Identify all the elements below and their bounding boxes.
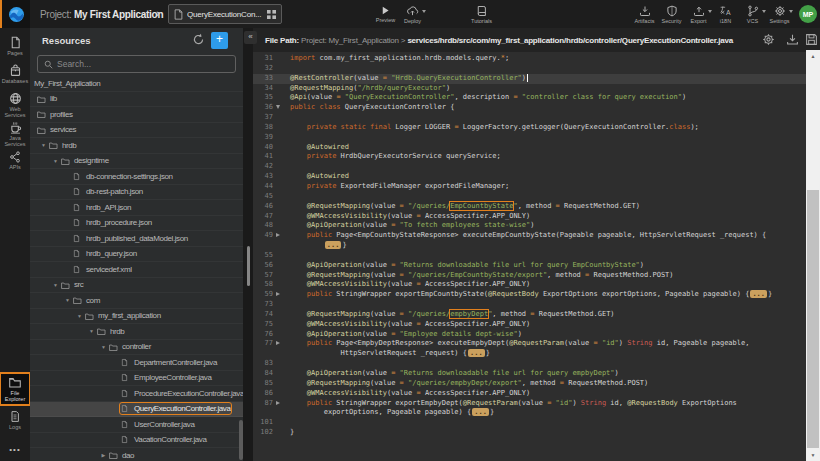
rail-item-databases[interactable]: Databases [0,64,30,84]
fold-open-icon[interactable] [276,105,280,109]
fold-closed-icon[interactable] [276,341,280,345]
folded-code-icon[interactable]: ... [472,408,489,416]
tree-item-db-rest-patch.json[interactable]: db-rest-patch.json [30,185,243,201]
code-line-87[interactable]: 87 public StringWrapper exportEmpbyDept(… [253,399,806,409]
tree-item-com[interactable]: ▼com [30,293,243,309]
artifacts-button[interactable]: Artifacts [631,0,658,28]
tree-item-dao[interactable]: ▶dao [30,448,243,461]
code-line-47[interactable]: 47 @WMAccessVisibility(value = AccessSpe… [253,212,806,222]
tree-item-hrdb_query.json[interactable]: hrdb_query.json [30,247,243,263]
i18n-button[interactable]: Ai18N [712,0,739,28]
security-button[interactable]: Security [658,0,685,28]
tree-item-hrdb_published_dataModel.json[interactable]: hrdb_published_dataModel.json [30,231,243,247]
code-line-44[interactable]: 44 private ExportedFileManager exportedF… [253,182,806,192]
tree-item-src[interactable]: ▼src [30,278,243,294]
rail-item-pages[interactable]: Pages [0,36,30,56]
tree-item-hrdb[interactable]: ▼hrdb [30,138,243,154]
code-line-74[interactable]: 74 @RequestMapping(value = "/queries/emp… [253,310,806,320]
code-line-77[interactable]: 77 public Page<EmpbyDeptResponse> execut… [253,339,806,349]
tree-expand-arrow[interactable]: ▼ [50,158,61,164]
code-line-43[interactable]: 43 @Autowired [253,172,806,182]
code-line-38[interactable]: 38 private static final Logger LOGGER = … [253,123,806,133]
refresh-icon[interactable] [192,33,206,47]
folded-code-icon[interactable]: ... [750,290,767,298]
code-line-83[interactable]: 83 [253,359,806,369]
tree-item-designtime[interactable]: ▼designtime [30,154,243,170]
tree-expand-arrow[interactable]: ▼ [74,313,85,319]
tutorials-button[interactable]: Tutorials [468,0,495,28]
tree-item-db-connection-settings.json[interactable]: db-connection-settings.json [30,169,243,185]
code-line-40[interactable]: 40 @Autowired [253,143,806,153]
rail-item-web-services[interactable]: WebServices [0,92,30,118]
editor-scrollbar[interactable]: ▲ ▼ [806,50,820,461]
code-line-39[interactable]: 39 [253,133,806,143]
tree-item-hrdb[interactable]: ▼hrdb [30,324,243,340]
code-line-55[interactable]: 55 [253,251,806,261]
resources-search-input[interactable]: Search... [37,55,236,73]
code-line-32[interactable]: 32 [253,64,806,74]
tree-expand-arrow[interactable]: ▼ [50,282,61,288]
tree-item-services[interactable]: services [30,123,243,139]
code-line-wrap[interactable]: ...} [253,241,806,251]
tree-item-DepartmentController.java[interactable]: DepartmentController.java [30,355,243,371]
code-line-76[interactable]: 76 @ApiOperation(value = "Employee detai… [253,330,806,340]
code-line-102[interactable]: 102} [253,428,806,438]
rail-item-logs[interactable]: Logs [0,410,30,430]
tree-item-servicedef.xml[interactable]: servicedef.xml [30,262,243,278]
tree-item-My_First_Application[interactable]: My_First_Application [30,76,243,92]
tree-item-ProcedureExecutionController.java[interactable]: ProcedureExecutionController.java [30,386,243,402]
code-line-75[interactable]: 75 @WMAccessVisibility(value = AccessSpe… [253,320,806,330]
add-resource-button[interactable]: + [211,32,228,49]
tree-item-QueryExecutionController.java[interactable]: QueryExecutionController.java [30,402,243,418]
code-line-59[interactable]: 59 public StringWrapper exportEmpCountby… [253,290,806,300]
save-file-icon[interactable] [805,33,819,47]
rail-item-file-explorer[interactable]: FileExplorer [0,373,30,405]
code-line-wrap[interactable]: HttpServletRequest _request) {...} [253,349,806,359]
panel-divider[interactable] [243,28,253,461]
rail-more-button[interactable]: ••• [0,445,30,454]
code-line-36[interactable]: 36public class QueryExecutionController … [253,103,806,113]
code-line-31[interactable]: 31import com.my_first_application.hrdb.m… [253,54,806,64]
open-file-tab[interactable]: QueryExecutionCon... [168,4,282,24]
editor-settings-gear-icon[interactable] [762,33,776,47]
grid-icon[interactable] [267,10,276,19]
tree-item-hrdb_API.json[interactable]: hrdb_API.json [30,200,243,216]
code-line-73[interactable]: 73 [253,300,806,310]
tree-expand-arrow[interactable]: ▼ [38,142,49,148]
code-line-46[interactable]: 46 @RequestMapping(value = "/queries/Emp… [253,202,806,212]
fold-closed-icon[interactable] [276,233,280,237]
code-line-101[interactable]: 101 [253,418,806,428]
code-line-33[interactable]: 33@RestController(value = "Hrdb.QueryExe… [253,74,806,84]
scroll-down-arrow[interactable]: ▼ [806,449,820,461]
tree-item-hrdb_procedure.json[interactable]: hrdb_procedure.json [30,216,243,232]
preview-button[interactable]: Preview [372,0,399,28]
user-avatar[interactable]: MP [799,5,817,23]
rail-item-apis[interactable]: APIs [0,151,30,170]
chevron-right-icon[interactable]: › [156,7,160,19]
tree-item-VacationController.java[interactable]: VacationController.java [30,433,243,449]
export-button[interactable]: Export [685,0,712,28]
tree-expand-arrow[interactable]: ▼ [62,297,73,303]
scrollbar-thumb[interactable] [807,190,819,448]
app-logo[interactable] [2,0,30,28]
code-line-37[interactable]: 37 [253,113,806,123]
code-line-86[interactable]: 86 @WMAccessVisibility(value = AccessSpe… [253,389,806,399]
fold-closed-icon[interactable] [276,292,280,296]
code-line-57[interactable]: 57 @RequestMapping(value = "/queries/Emp… [253,271,806,281]
tree-item-profiles[interactable]: profiles [30,107,243,123]
code-line-49[interactable]: 49 public Page<EmpCountbyStateResponse> … [253,231,806,241]
code-line-85[interactable]: 85 @RequestMapping(value = "/queries/emp… [253,379,806,389]
folded-code-icon[interactable]: ... [325,241,342,249]
code-area[interactable]: 31import com.my_first_application.hrdb.m… [253,54,806,461]
fold-closed-icon[interactable] [276,401,280,405]
settings-button[interactable]: Settings [766,0,793,28]
folded-code-icon[interactable]: ... [468,349,485,357]
code-line-41[interactable]: 41 private HrdbQueryExecutorService quer… [253,152,806,162]
vcs-button[interactable]: VCS [739,0,766,28]
code-line-48[interactable]: 48 @ApiOperation(value = "To fetch emplo… [253,221,806,231]
code-line-42[interactable]: 42 [253,162,806,172]
code-line-45[interactable]: 45 [253,192,806,202]
rail-item-java-services[interactable]: JavaServices [0,121,30,147]
tree-item-my_first_application[interactable]: ▼my_first_application [30,309,243,325]
divider-drag-handle[interactable] [247,246,250,286]
